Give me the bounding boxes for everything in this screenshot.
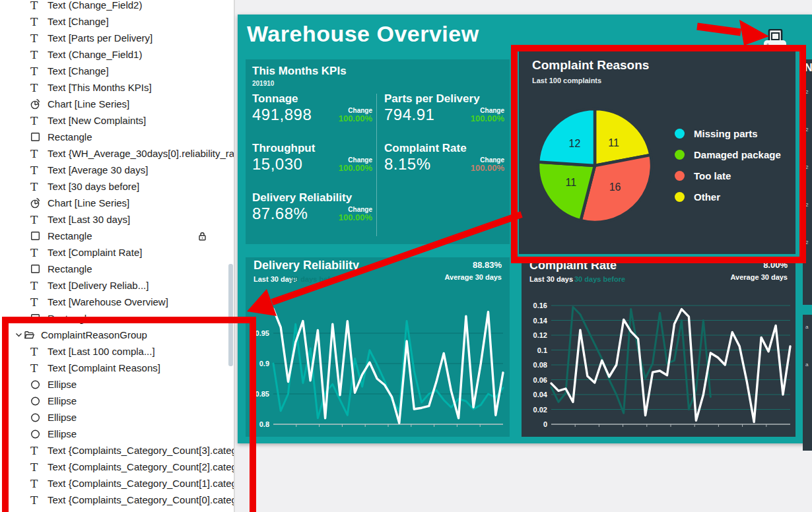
layer-row[interactable]: Ellipse [0, 376, 234, 393]
pie-slice[interactable] [538, 109, 595, 166]
layer-row[interactable]: Rectangle [0, 129, 234, 145]
publish-icon[interactable] [762, 29, 788, 51]
layer-row[interactable]: T Text (Change_Field1) [0, 46, 234, 63]
layers-list: T Text (Change_Field2) T Text [Change] T… [0, 0, 234, 508]
layer-row[interactable]: T Text {Complaints_Category_Count[1].cat… [0, 475, 234, 492]
layer-label: Rectangle [48, 230, 92, 241]
y-tick-label: 0.85 [255, 390, 269, 398]
text-layer-icon: T [30, 281, 44, 290]
text-layer-icon: T [30, 364, 44, 373]
layer-row[interactable]: T Text [This Months KPIs] [0, 79, 234, 96]
layer-label: Text [New Complaints] [48, 115, 146, 126]
rect-layer-icon [30, 131, 44, 143]
legend-label: Missing parts [694, 128, 758, 139]
text-layer-icon: T [30, 479, 44, 488]
series-label-last-30-days: Last 30 days [529, 275, 573, 283]
layer-row[interactable]: T Text [New Complaints] [0, 112, 234, 129]
layer-row[interactable]: Ellipse [0, 393, 234, 409]
divider [376, 94, 377, 236]
pie-legend: Missing parts Damaged package Too late O… [675, 123, 781, 207]
layer-row[interactable]: T Text [Average 30 days] [0, 162, 234, 178]
dashboard-artboard[interactable]: Warehouse Overview This Months KPIs 2019… [238, 15, 812, 443]
line-chart[interactable]: 0.80.850.90.95 [246, 292, 510, 433]
text-layer-icon: T [30, 248, 44, 257]
layer-row[interactable]: T Text [Warehouse Overview] [0, 294, 234, 310]
layer-row[interactable]: T Text [Change] [0, 63, 234, 79]
y-tick-label: 0.16 [533, 302, 547, 309]
kpi-value: 87.68% [252, 205, 308, 223]
legend-dot-icon [675, 171, 685, 181]
panel-title: Complaint Rate [529, 259, 617, 272]
kpi-cell: Throughput 15,030 Change 100.00% [252, 142, 372, 174]
layer-row[interactable]: T Text (Change_Field2) [0, 0, 234, 13]
layer-row[interactable]: Rectangle [0, 310, 234, 327]
chevron-down-icon[interactable] [13, 333, 24, 338]
layer-label: ComplaintReasonGroup [41, 329, 147, 340]
line-series[interactable] [551, 309, 790, 422]
kpi-value: 491,898 [252, 106, 312, 124]
layer-row[interactable]: T Text [Complaint Rate] [0, 244, 234, 261]
text-layer-icon: T [30, 347, 44, 356]
line-series[interactable] [551, 307, 710, 413]
line-series[interactable] [273, 309, 503, 423]
kpi-period: 201910 [252, 80, 274, 87]
layer-row[interactable]: T Text {WH_Average_30days[0].reliability… [0, 145, 234, 162]
layer-label: Ellipse [48, 428, 77, 439]
clipped-text: 2 [805, 240, 808, 245]
layer-row[interactable]: Chart [Line Series] [0, 96, 234, 112]
layer-row[interactable]: Ellipse [0, 426, 234, 442]
legend-dot-icon [675, 129, 685, 139]
layer-row[interactable]: Rectangle [0, 261, 234, 277]
clipped-panel-title: N [805, 62, 812, 74]
layer-row[interactable]: T Text {Complaints_Category_Count[3].cat… [0, 442, 234, 459]
app-window: T Text (Change_Field2) T Text [Change] T… [0, 0, 812, 512]
line-chart[interactable]: 00.020.040.060.080.10.120.140.16 [522, 292, 795, 433]
layer-row[interactable]: Chart [Line Series] [0, 195, 234, 211]
layer-label: Text {Complaints_Category_Count[0].categ… [48, 494, 235, 505]
complaint-reasons-panel[interactable]: 11161112 Complaint Reasons Last 100 comp… [519, 51, 795, 254]
layer-row[interactable]: T Text [Change] [0, 13, 234, 30]
layer-row[interactable]: T Text [Parts per Delivery] [0, 30, 234, 46]
y-tick-label: 0.1 [537, 346, 547, 354]
layer-row[interactable]: Rectangle [0, 228, 234, 244]
delivery-reliability-panel[interactable]: Delivery Reliability Last 30 days 30 day… [246, 257, 510, 437]
layer-row[interactable]: T Text [Complaint Reasons] [0, 360, 234, 376]
layer-row[interactable]: T Text [Delivery Reliab...] [0, 277, 234, 294]
layer-row[interactable]: T Text {Complaints_Category_Count[2].cat… [0, 459, 234, 475]
legend-item: Other [675, 186, 781, 207]
new-complaints-panel-clipped[interactable]: N 22222 [803, 59, 812, 305]
y-tick-label: 0.9 [259, 360, 269, 368]
clipped-text: a [805, 362, 808, 368]
group-layer-icon [24, 329, 37, 340]
layer-row[interactable]: T Text [Last 30 days] [0, 211, 234, 228]
clipped-panel-bottom[interactable]: aa [803, 315, 812, 451]
panel-title: Delivery Reliability [254, 259, 359, 272]
layer-label: Text [Average 30 days] [48, 164, 148, 176]
layer-label: Text [Delivery Reliab...] [48, 280, 149, 291]
layer-label: Rectangle [48, 263, 92, 274]
layer-label: Text [Change] [48, 65, 109, 77]
scrollbar-thumb[interactable] [228, 264, 233, 366]
text-layer-icon: T [30, 116, 44, 125]
kpi-change-value: 100.00% [471, 164, 504, 174]
layer-row[interactable]: Ellipse [0, 409, 234, 426]
text-layer-icon: T [30, 17, 44, 26]
y-tick-label: 0 [543, 420, 547, 428]
kpi-value: 794.91 [384, 106, 434, 124]
ellipse-layer-icon [30, 428, 44, 439]
kpi-panel[interactable]: This Months KPIs 201910 Tonnage 491,898 … [246, 59, 510, 244]
layer-label: Text [Complaint Reasons] [48, 362, 160, 373]
y-tick-label: 0.95 [255, 329, 269, 337]
average-value: 88.83% [473, 260, 502, 270]
layer-row[interactable]: T Text [30 days before] [0, 178, 234, 195]
layer-label: Rectangle [48, 131, 92, 143]
ellipse-layer-icon [30, 395, 44, 406]
layer-row[interactable]: ComplaintReasonGroup [0, 327, 234, 343]
layer-label: Text {Complaints_Category_Count[1].categ… [48, 478, 235, 489]
complaint-rate-panel[interactable]: Complaint Rate Last 30 days 30 days befo… [522, 257, 795, 437]
text-layer-icon: T [30, 182, 44, 191]
y-tick-label: 0.8 [259, 420, 269, 428]
layer-row[interactable]: T Text {Complaints_Category_Count[0].cat… [0, 492, 234, 508]
legend-dot-icon [675, 192, 685, 202]
layer-row[interactable]: T Text [Last 100 compla...] [0, 343, 234, 360]
